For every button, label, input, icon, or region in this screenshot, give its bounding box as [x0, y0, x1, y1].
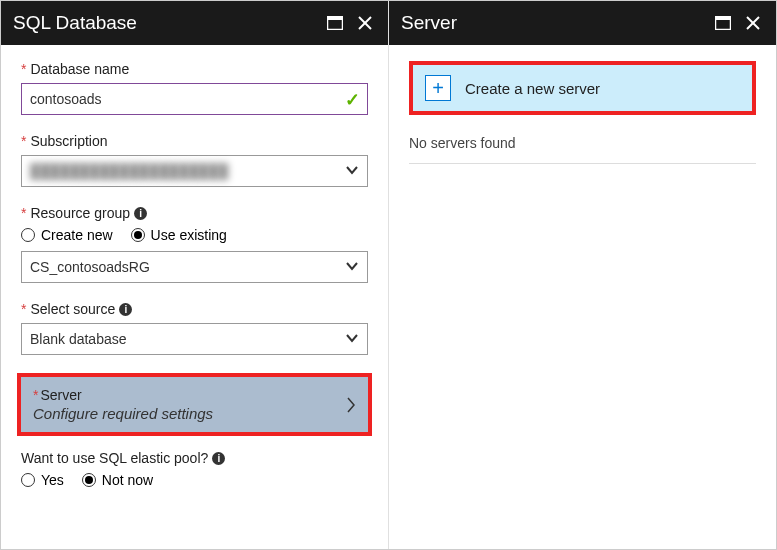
svg-rect-1 — [328, 17, 343, 21]
close-icon — [746, 16, 760, 30]
select-source-label: *Select sourcei — [21, 301, 368, 317]
maximize-button[interactable] — [712, 12, 734, 34]
subscription-field: *Subscription ████████████████████ — [21, 133, 368, 187]
blade-body: + Create a new server No servers found — [389, 45, 776, 549]
chevron-down-icon — [345, 259, 359, 273]
maximize-icon — [715, 16, 731, 30]
create-new-server-button[interactable]: + Create a new server — [409, 61, 756, 115]
info-icon[interactable]: i — [134, 207, 147, 220]
maximize-button[interactable] — [324, 12, 346, 34]
server-label: *Server — [33, 387, 346, 403]
chevron-down-icon — [345, 331, 359, 345]
resource-group-field: *Resource groupi Create new Use existing… — [21, 205, 368, 283]
create-new-server-label: Create a new server — [465, 80, 600, 97]
sql-database-blade: SQL Database *Database name ✓ *Subscript… — [1, 1, 389, 549]
check-icon: ✓ — [345, 89, 360, 111]
blade-header: Server — [389, 1, 776, 45]
blade-header: SQL Database — [1, 1, 388, 45]
subscription-select[interactable]: ████████████████████ — [21, 155, 368, 187]
elastic-yes-radio[interactable]: Yes — [21, 472, 64, 488]
svg-rect-5 — [716, 17, 731, 21]
server-blade: Server + Create a new server No servers … — [389, 1, 776, 549]
rg-create-new-radio[interactable]: Create new — [21, 227, 113, 243]
maximize-icon — [327, 16, 343, 30]
resource-group-select[interactable]: CS_contosoadsRG — [21, 251, 368, 283]
database-name-label: *Database name — [21, 61, 368, 77]
plus-icon: + — [425, 75, 451, 101]
elastic-no-radio[interactable]: Not now — [82, 472, 153, 488]
select-source-field: *Select sourcei Blank database — [21, 301, 368, 355]
close-icon — [358, 16, 372, 30]
rg-use-existing-radio[interactable]: Use existing — [131, 227, 227, 243]
server-configure-link[interactable]: *Server Configure required settings — [17, 373, 372, 436]
elastic-pool-field: Want to use SQL elastic pool?i Yes Not n… — [21, 450, 368, 488]
server-sublabel: Configure required settings — [33, 405, 346, 422]
info-icon[interactable]: i — [119, 303, 132, 316]
chevron-right-icon — [346, 396, 356, 414]
database-name-input[interactable] — [21, 83, 368, 115]
close-button[interactable] — [354, 12, 376, 34]
blade-body: *Database name ✓ *Subscription █████████… — [1, 45, 388, 549]
select-source-select[interactable]: Blank database — [21, 323, 368, 355]
info-icon[interactable]: i — [212, 452, 225, 465]
close-button[interactable] — [742, 12, 764, 34]
database-name-field: *Database name ✓ — [21, 61, 368, 115]
no-servers-text: No servers found — [409, 127, 756, 164]
subscription-label: *Subscription — [21, 133, 368, 149]
blade-title: SQL Database — [13, 12, 316, 34]
elastic-pool-label: Want to use SQL elastic pool?i — [21, 450, 368, 466]
blade-title: Server — [401, 12, 704, 34]
chevron-down-icon — [345, 163, 359, 177]
resource-group-label: *Resource groupi — [21, 205, 368, 221]
